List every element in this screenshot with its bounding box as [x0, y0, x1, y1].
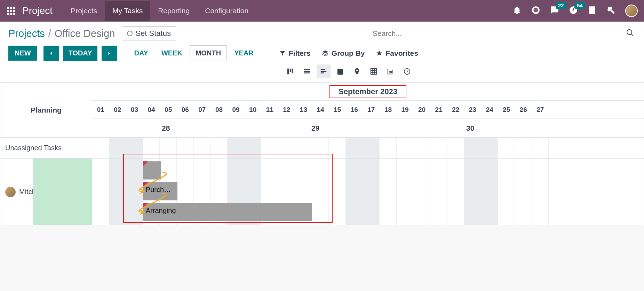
view-map-icon[interactable] — [350, 64, 364, 78]
nav-reporting[interactable]: Reporting — [150, 1, 197, 21]
row-unassigned[interactable]: Unassigned Tasks — [0, 138, 92, 159]
filter-group: Filters Group By Favorites — [279, 49, 418, 58]
day-header-25: 25 — [498, 101, 515, 118]
day-header-05: 05 — [160, 101, 177, 118]
day-header-01: 01 — [92, 101, 109, 118]
navbar-right: 22 54 — [512, 5, 638, 17]
activities-badge: 54 — [574, 2, 585, 9]
view-list-icon[interactable] — [300, 64, 314, 78]
apps-icon[interactable] — [6, 6, 16, 16]
day-header-10: 10 — [244, 101, 261, 118]
gantt-planning-label: Planning — [0, 83, 92, 138]
svg-rect-8 — [13, 13, 15, 15]
search-input[interactable] — [371, 27, 636, 40]
svg-rect-6 — [7, 13, 9, 15]
svg-rect-0 — [7, 7, 9, 9]
company-icon[interactable] — [588, 6, 597, 16]
day-header-21: 21 — [430, 101, 447, 118]
week-label-29: 29 — [311, 119, 319, 138]
highlight-box — [123, 154, 333, 223]
groupby-button[interactable]: Group By — [322, 49, 365, 58]
today-highlight — [33, 159, 92, 225]
view-kanban-icon[interactable] — [283, 64, 297, 78]
day-header-11: 11 — [261, 101, 278, 118]
svg-rect-2 — [13, 7, 15, 9]
bug-icon[interactable] — [512, 6, 522, 16]
day-header-12: 12 — [278, 101, 295, 118]
row-unassigned-label: Unassigned Tasks — [5, 144, 62, 152]
day-header-02: 02 — [109, 101, 126, 118]
nav-configuration[interactable]: Configuration — [197, 1, 256, 21]
set-status-button[interactable]: Set Status — [122, 26, 176, 40]
tools-icon[interactable] — [606, 6, 615, 16]
new-button[interactable]: NEW — [8, 46, 37, 61]
day-header-13: 13 — [295, 101, 312, 118]
mitchell-avatar — [5, 187, 16, 197]
user-avatar[interactable] — [625, 5, 638, 17]
app-brand[interactable]: Project — [22, 5, 53, 16]
day-header-24: 24 — [481, 101, 498, 118]
svg-rect-3 — [7, 10, 9, 12]
activities-icon[interactable]: 54 — [569, 6, 578, 16]
svg-point-9 — [627, 30, 632, 35]
breadcrumb-sep: / — [48, 28, 51, 39]
view-calendar-icon[interactable] — [333, 64, 347, 78]
status-circle-icon — [127, 31, 133, 36]
day-header-19: 19 — [397, 101, 414, 118]
support-icon[interactable] — [531, 6, 540, 16]
gantt-view: Planning September 2023 0102030405060708… — [0, 82, 644, 225]
day-header-17: 17 — [363, 101, 380, 118]
week-label-28: 28 — [162, 119, 170, 138]
svg-line-10 — [631, 34, 633, 36]
filters-label: Filters — [289, 49, 311, 58]
week-label-30: 30 — [466, 119, 474, 138]
svg-rect-4 — [10, 10, 12, 12]
favorites-button[interactable]: Favorites — [376, 49, 418, 58]
day-header-22: 22 — [447, 101, 464, 118]
view-activity-icon[interactable] — [400, 64, 414, 78]
day-header-07: 07 — [194, 101, 211, 118]
next-button[interactable] — [102, 46, 117, 61]
search-wrap — [371, 27, 636, 40]
day-header-26: 26 — [515, 101, 532, 118]
scale-day[interactable]: DAY — [128, 45, 154, 61]
nav-my-tasks[interactable]: My Tasks — [105, 1, 150, 21]
day-header-03: 03 — [126, 101, 143, 118]
view-switcher — [283, 64, 636, 78]
breadcrumb-projects-link[interactable]: Projects — [8, 28, 45, 39]
week-header-row: 282930 — [92, 119, 644, 138]
svg-rect-7 — [10, 13, 12, 15]
favorites-label: Favorites — [385, 49, 418, 58]
day-header-18: 18 — [380, 101, 397, 118]
row-mitchell-track[interactable]: Purch…Arranging — [92, 159, 644, 225]
nav-projects[interactable]: Projects — [63, 1, 105, 21]
day-header-15: 15 — [329, 101, 346, 118]
view-pivot-icon[interactable] — [367, 64, 381, 78]
set-status-label: Set Status — [135, 29, 171, 38]
day-header-08: 08 — [210, 101, 228, 118]
day-header-row: 0102030405060708091011121314151617181920… — [92, 101, 644, 119]
groupby-label: Group By — [332, 49, 365, 58]
day-header-09: 09 — [228, 101, 245, 118]
svg-rect-5 — [13, 10, 15, 12]
day-header-16: 16 — [346, 101, 363, 118]
top-navbar: Project Projects My Tasks Reporting Conf… — [0, 0, 644, 22]
svg-rect-1 — [10, 7, 12, 9]
filters-button[interactable]: Filters — [279, 49, 311, 58]
month-label: September 2023 — [329, 85, 406, 98]
day-header-04: 04 — [143, 101, 160, 118]
day-header-27: 27 — [532, 101, 549, 118]
today-button[interactable]: TODAY — [63, 46, 98, 61]
search-icon[interactable] — [626, 29, 634, 38]
view-graph-icon[interactable] — [383, 64, 397, 78]
scale-group: DAY WEEK MONTH YEAR — [128, 45, 259, 61]
prev-button[interactable] — [43, 46, 59, 61]
day-header-06: 06 — [177, 101, 194, 118]
view-gantt-icon[interactable] — [317, 64, 331, 78]
scale-week[interactable]: WEEK — [156, 45, 188, 61]
scale-month[interactable]: MONTH — [190, 45, 227, 61]
messages-icon[interactable]: 22 — [550, 6, 559, 16]
scale-year[interactable]: YEAR — [228, 45, 260, 61]
breadcrumb-current: Office Design — [55, 28, 115, 39]
messages-badge: 22 — [556, 2, 566, 9]
